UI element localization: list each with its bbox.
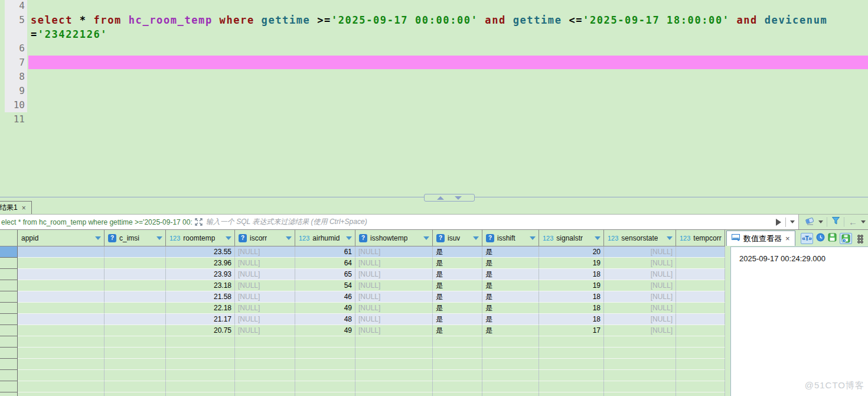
cell-tempcorrva[interactable] <box>676 370 725 381</box>
cell-signalstr[interactable]: 19 <box>539 280 604 291</box>
value-viewer-content[interactable]: 2025-09-17 00:24:29.000 @51CTO博客 <box>730 246 868 396</box>
cell-airhumid[interactable]: 65 <box>295 269 355 280</box>
column-header-appid[interactable]: appid <box>18 230 105 246</box>
cell-sensorstate[interactable] <box>604 359 676 370</box>
cell-appid[interactable] <box>18 291 105 303</box>
table-row[interactable] <box>0 381 725 392</box>
cell-c_imsi[interactable] <box>105 246 166 258</box>
cell-signalstr[interactable] <box>539 381 604 392</box>
cell-roomtemp[interactable] <box>166 370 235 381</box>
result-filter-input[interactable]: elect * from hc_room_temp where gettime … <box>0 215 799 229</box>
cell-isuv[interactable] <box>433 359 482 370</box>
cell-c_imsi[interactable] <box>105 303 166 314</box>
cell-airhumid[interactable] <box>295 348 355 359</box>
cell-airhumid[interactable] <box>295 370 355 381</box>
table-row[interactable] <box>0 370 725 381</box>
cell-tempcorrva[interactable] <box>676 269 725 280</box>
cell-isshift[interactable] <box>482 381 539 392</box>
cell-signalstr[interactable]: 19 <box>539 258 604 269</box>
cell-iscorr[interactable]: [NULL] <box>235 258 295 269</box>
cell-roomtemp[interactable]: 23.93 <box>166 269 235 280</box>
cell-isuv[interactable] <box>433 336 482 348</box>
filter-dropdown-icon[interactable] <box>226 236 231 240</box>
cell-tempcorrva[interactable] <box>676 258 725 269</box>
cell-isuv[interactable]: 是 <box>433 258 482 269</box>
column-header-airhumid[interactable]: 123airhumid <box>295 230 355 246</box>
row-number-cell[interactable] <box>0 258 18 269</box>
cell-isuv[interactable]: 是 <box>433 314 482 325</box>
column-header-sensorstate[interactable]: 123sensorstate <box>604 230 676 246</box>
cell-isshift[interactable]: 是 <box>482 258 539 269</box>
text-mode-toggle[interactable]: «T» <box>801 233 813 244</box>
cell-isshowtemp[interactable]: [NULL] <box>355 291 433 303</box>
cell-isuv[interactable] <box>433 348 482 359</box>
cell-tempcorrva[interactable] <box>676 325 725 336</box>
cell-appid[interactable] <box>18 392 105 396</box>
cell-airhumid[interactable]: 48 <box>295 314 355 325</box>
cell-signalstr[interactable]: 18 <box>539 303 604 314</box>
cell-airhumid[interactable]: 64 <box>295 258 355 269</box>
cell-c_imsi[interactable] <box>105 336 166 348</box>
cell-isshowtemp[interactable]: [NULL] <box>355 303 433 314</box>
column-header-c_imsi[interactable]: ?c_imsi <box>105 230 166 246</box>
cell-iscorr[interactable]: [NULL] <box>235 291 295 303</box>
cell-roomtemp[interactable]: 22.18 <box>166 303 235 314</box>
column-header-signalstr[interactable]: 123signalstr <box>539 230 604 246</box>
cell-sensorstate[interactable]: [NULL] <box>604 258 676 269</box>
table-row[interactable]: 23.96[NULL]64[NULL]是是19[NULL] <box>0 258 725 269</box>
row-number-cell[interactable] <box>0 336 18 348</box>
cell-isshowtemp[interactable] <box>355 392 433 396</box>
cell-c_imsi[interactable] <box>105 325 166 336</box>
cell-airhumid[interactable] <box>295 392 355 396</box>
apply-filter-icon[interactable] <box>776 219 781 226</box>
cell-roomtemp[interactable]: 23.96 <box>166 258 235 269</box>
table-row[interactable]: 22.18[NULL]49[NULL]是是18[NULL] <box>0 303 725 314</box>
cell-signalstr[interactable]: 20 <box>539 246 604 258</box>
cell-signalstr[interactable] <box>539 336 604 348</box>
close-icon[interactable]: × <box>22 205 26 212</box>
back-dropdown-icon[interactable] <box>861 220 866 223</box>
cell-appid[interactable] <box>18 269 105 280</box>
cell-isuv[interactable] <box>433 370 482 381</box>
cell-appid[interactable] <box>18 370 105 381</box>
cell-isuv[interactable]: 是 <box>433 291 482 303</box>
cell-iscorr[interactable]: [NULL] <box>235 280 295 291</box>
erase-dropdown-icon[interactable] <box>818 220 823 223</box>
cell-isuv[interactable]: 是 <box>433 269 482 280</box>
cell-iscorr[interactable] <box>235 336 295 348</box>
cell-isshowtemp[interactable]: [NULL] <box>355 325 433 336</box>
expand-filter-icon[interactable] <box>195 218 203 226</box>
cell-airhumid[interactable] <box>295 381 355 392</box>
cell-appid[interactable] <box>18 280 105 291</box>
sql-editor[interactable]: 4567891011 select * from hc_room_temp wh… <box>0 0 868 193</box>
column-header-roomtemp[interactable]: 123roomtemp <box>166 230 235 246</box>
cell-isshowtemp[interactable] <box>355 348 433 359</box>
cell-signalstr[interactable] <box>539 359 604 370</box>
cell-iscorr[interactable] <box>235 392 295 396</box>
row-number-cell[interactable] <box>0 246 18 258</box>
cell-roomtemp[interactable]: 23.18 <box>166 280 235 291</box>
cell-isuv[interactable]: 是 <box>433 246 482 258</box>
table-row[interactable]: 23.18[NULL]54[NULL]是是19[NULL] <box>0 280 725 291</box>
cell-isshift[interactable]: 是 <box>482 314 539 325</box>
filter-dropdown-icon[interactable] <box>346 236 352 240</box>
cell-signalstr[interactable] <box>539 370 604 381</box>
cell-isshift[interactable] <box>482 359 539 370</box>
table-row[interactable]: 21.17[NULL]48[NULL]是是18[NULL] <box>0 314 725 325</box>
cell-iscorr[interactable]: [NULL] <box>235 314 295 325</box>
cell-isuv[interactable] <box>433 392 482 396</box>
column-header-iscorr[interactable]: ?iscorr <box>235 230 295 246</box>
cell-tempcorrva[interactable] <box>676 336 725 348</box>
cell-isshift[interactable] <box>482 336 539 348</box>
cell-tempcorrva[interactable] <box>676 314 725 325</box>
filter-dropdown-icon[interactable] <box>595 236 601 240</box>
cell-airhumid[interactable]: 46 <box>295 291 355 303</box>
row-number-cell[interactable] <box>0 370 18 381</box>
cell-iscorr[interactable] <box>235 359 295 370</box>
row-number-cell[interactable] <box>0 325 18 336</box>
cell-appid[interactable] <box>18 258 105 269</box>
cell-iscorr[interactable] <box>235 381 295 392</box>
filter-dropdown-icon[interactable] <box>95 236 101 240</box>
cell-tempcorrva[interactable] <box>676 381 725 392</box>
cell-appid[interactable] <box>18 303 105 314</box>
